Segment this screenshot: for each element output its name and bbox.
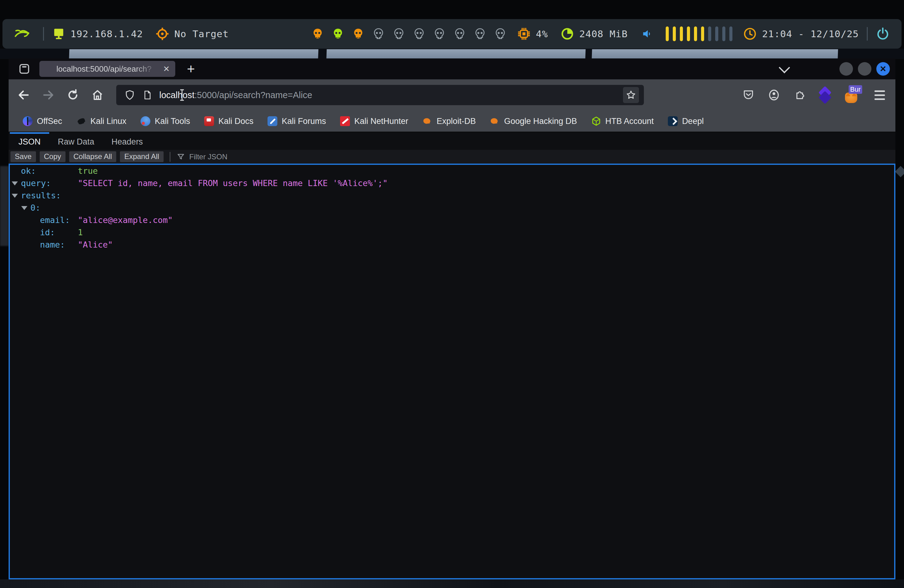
clock-icon [743, 27, 757, 41]
json-value: true [78, 165, 98, 177]
volume-bar [729, 27, 732, 41]
back-button[interactable] [17, 88, 31, 102]
skull-icon [332, 28, 344, 40]
pocket-icon[interactable] [742, 89, 755, 101]
memory-pie-icon [560, 27, 574, 41]
menu-hamburger-icon[interactable] [874, 90, 885, 100]
navigation-toolbar: localhost:5000/api/search?name=Alice Bur [9, 79, 895, 111]
tab-title: localhost:5000/api/search? [47, 64, 161, 74]
monitor-icon [52, 27, 65, 41]
home-button[interactable] [90, 88, 104, 102]
extensions-puzzle-icon[interactable] [793, 89, 806, 101]
expand-arrow-icon[interactable] [12, 194, 18, 198]
desktop-wallpaper [0, 49, 904, 59]
bookmark-label: HTB Account [605, 117, 654, 126]
memory-usage[interactable]: 2408 MiB [579, 28, 627, 40]
shield-icon[interactable] [124, 90, 135, 101]
save-button[interactable]: Save [11, 151, 36, 162]
minimize-button[interactable] [839, 62, 853, 76]
cpu-icon [517, 27, 531, 41]
forward-button[interactable] [41, 88, 55, 102]
json-row: name:"Alice" [10, 239, 894, 251]
panel-clock[interactable]: 21:04 - 12/10/25 [762, 28, 859, 40]
bookmark-item[interactable]: Kali Docs [204, 116, 253, 126]
url-path: :5000/api/search?name=Alice [194, 90, 312, 100]
json-value: "Alice" [78, 239, 113, 251]
kali-menu-icon[interactable] [14, 27, 30, 41]
target-icon [155, 27, 169, 41]
skull-icon [413, 28, 425, 40]
cpu-usage[interactable]: 4% [536, 28, 548, 40]
bookmark-item[interactable]: HTB Account [591, 116, 654, 126]
expand-all-button[interactable]: Expand All [120, 151, 163, 162]
bookmark-item[interactable]: Deepl [668, 116, 704, 126]
json-key: email: [40, 214, 70, 226]
expand-arrow-icon[interactable] [21, 206, 27, 210]
filter-json-input[interactable]: Filter JSON [177, 150, 895, 164]
bookmark-item[interactable]: Google Hacking DB [490, 116, 577, 126]
ghdb-icon [490, 116, 499, 126]
reload-button[interactable] [66, 88, 80, 102]
volume-bar [701, 27, 704, 41]
wallpaper-panel [592, 49, 838, 59]
bookmark-item[interactable]: Kali NetHunter [340, 116, 408, 126]
skull-icon [433, 28, 446, 40]
copy-button[interactable]: Copy [40, 151, 65, 162]
tab-raw-data[interactable]: Raw Data [49, 132, 103, 150]
bookmark-label: OffSec [37, 117, 62, 126]
burp-extension-icon[interactable]: Bur [844, 87, 861, 103]
url-host: localhost [159, 90, 194, 100]
bookmark-label: Kali NetHunter [354, 117, 408, 126]
browser-tab[interactable]: localhost:5000/api/search? ✕ [40, 61, 175, 77]
url-bar[interactable]: localhost:5000/api/search?name=Alice [116, 85, 644, 105]
tab-headers[interactable]: Headers [103, 132, 152, 150]
foxyproxy-icon[interactable] [819, 88, 831, 102]
kaliforums-icon [267, 116, 277, 126]
json-row[interactable]: query:"SELECT id, name, email FROM users… [10, 177, 894, 190]
json-content[interactable]: ok:truequery:"SELECT id, name, email FRO… [9, 164, 895, 579]
volume-icon[interactable] [641, 28, 653, 40]
close-window-button[interactable]: ✕ [876, 62, 890, 76]
panel-separator [867, 27, 868, 41]
json-row[interactable]: 0: [10, 202, 894, 214]
skull-icon [474, 28, 486, 40]
bookmark-item[interactable]: Kali Forums [267, 116, 326, 126]
json-value: "SELECT id, name, email FROM users WHERE… [78, 177, 388, 190]
json-row[interactable]: results: [10, 190, 894, 202]
panel-ip[interactable]: 192.168.1.42 [70, 28, 143, 40]
toolbar-separator [170, 152, 170, 162]
desktop-wallpaper-bottom [0, 579, 904, 588]
firefox-view-icon[interactable] [18, 62, 31, 75]
bookmark-label: Deepl [682, 117, 704, 126]
account-icon[interactable] [768, 89, 781, 101]
skull-icon [352, 28, 364, 40]
desktop-wallpaper-left [0, 166, 9, 246]
volume-bar [708, 27, 711, 41]
firefox-window: localhost:5000/api/search? ✕ + ✕ [9, 58, 895, 579]
power-icon[interactable] [876, 27, 890, 41]
json-viewer-tabs: JSON Raw Data Headers [9, 132, 895, 150]
volume-bars[interactable] [666, 27, 732, 41]
kali-icon [76, 116, 86, 126]
json-row: email:"alice@example.com" [10, 214, 894, 226]
tab-close-icon[interactable]: ✕ [163, 64, 170, 74]
tab-json[interactable]: JSON [10, 132, 49, 150]
expand-arrow-icon[interactable] [12, 182, 18, 185]
panel-target-label[interactable]: No Target [174, 28, 229, 40]
bookmark-item[interactable]: Kali Linux [76, 116, 126, 126]
edb-icon [422, 116, 432, 126]
json-key: results: [21, 190, 61, 202]
bookmark-item[interactable]: Kali Tools [141, 116, 190, 126]
page-icon[interactable] [142, 90, 153, 100]
collapse-all-button[interactable]: Collapse All [69, 151, 116, 162]
deepl-icon [668, 116, 678, 126]
bookmark-item[interactable]: Exploit-DB [422, 116, 476, 126]
kalidocs-icon [204, 116, 214, 126]
bookmark-star-icon[interactable] [623, 87, 639, 103]
list-tabs-chevron-icon[interactable] [779, 62, 790, 74]
volume-bar [666, 27, 669, 41]
bookmark-label: Kali Tools [155, 117, 190, 126]
panel-separator [43, 27, 44, 41]
bookmark-item[interactable]: OffSec [23, 116, 62, 126]
maximize-button[interactable] [858, 62, 871, 76]
